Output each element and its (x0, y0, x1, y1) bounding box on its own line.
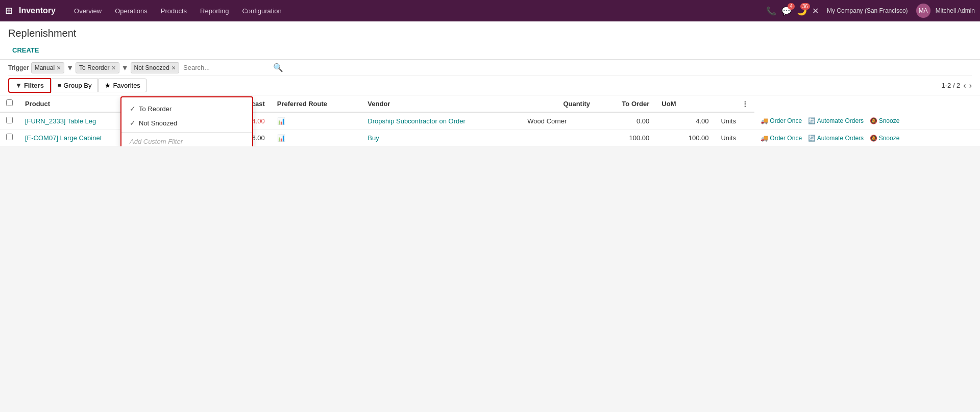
nav-configuration[interactable]: Configuration (236, 5, 287, 17)
apps-icon[interactable]: ⊞ (5, 5, 13, 16)
filter-funnel-icon: ▼ (15, 82, 22, 89)
nav-overview[interactable]: Overview (68, 5, 108, 17)
col-preferred-route: Preferred Route (271, 95, 362, 112)
row1-uom: Units (715, 112, 754, 130)
page-title-area: Replenishment (0, 21, 980, 41)
row2-vendor (521, 130, 596, 146)
filter-funnel-icon-2[interactable]: ▼ (121, 64, 129, 72)
row2-order-once-btn[interactable]: 🚚 Order Once (761, 135, 802, 142)
check-icon-2: ✓ (130, 119, 136, 127)
col-vendor: Vendor (361, 95, 521, 112)
tab-filters[interactable]: ▼ Filters (8, 78, 51, 93)
row2-uom: Units (715, 130, 754, 146)
row2-checkbox[interactable] (6, 134, 13, 140)
row1-chart-icon[interactable]: 📊 (277, 117, 285, 125)
nav-reporting[interactable]: Reporting (194, 5, 235, 17)
user-name: Mitchell Admin (936, 7, 975, 14)
navbar-right: 📞 💬 4 🌙 36 ✕ My Company (San Francisco) … (766, 4, 975, 18)
search-button[interactable]: 🔍 (273, 63, 283, 72)
trigger-label: Trigger (8, 64, 29, 71)
chat-icon-wrap: 💬 4 (781, 6, 792, 16)
dropdown-divider (121, 132, 252, 133)
row2-chart-icon[interactable]: 📊 (277, 134, 285, 142)
filter-funnel-icon-1[interactable]: ▼ (66, 64, 74, 72)
navbar-brand[interactable]: Inventory (19, 6, 56, 15)
row1-checkbox-cell (0, 112, 19, 130)
remove-manual-tag[interactable]: × (57, 64, 61, 72)
moon-icon-wrap: 🌙 36 (797, 6, 807, 16)
search-row: CREATE (0, 41, 980, 60)
select-all-checkbox[interactable] (6, 99, 13, 106)
filter-dropdown: ✓ To Reorder ✓ Not Snoozed Add Custom Fi… (120, 96, 253, 146)
row2-quantity[interactable]: 100.00 (596, 130, 655, 146)
phone-icon-wrap: 📞 (766, 6, 776, 16)
create-button[interactable]: CREATE (8, 44, 43, 56)
close-icon[interactable]: ✕ (812, 6, 819, 16)
search-input[interactable] (181, 62, 271, 73)
col-quantity: Quantity (521, 95, 596, 112)
row1-actions-cell: 🚚 Order Once 🔄 Automate Orders 🔕 Snooze (754, 112, 980, 130)
tag-to-reorder: To Reorder × (76, 62, 119, 73)
next-page-button[interactable]: › (969, 81, 972, 90)
remove-not-snoozed-tag[interactable]: × (172, 64, 176, 72)
row2-to-order: 100.00 (655, 130, 715, 146)
col-to-order: To Order (596, 95, 655, 112)
group-by-icon: ≡ (58, 82, 62, 89)
row2-route[interactable]: Buy (361, 130, 521, 146)
tag-manual: Manual × (31, 62, 65, 73)
row2-automate-orders-btn[interactable]: 🔄 Automate Orders (808, 135, 864, 142)
col-options-icon[interactable]: ⋮ (742, 100, 748, 108)
filter-tabs: Trigger Manual × ▼ To Reorder × ▼ Not Sn… (8, 62, 287, 73)
row1-checkbox[interactable] (6, 117, 13, 123)
pagination-count: 1-2 / 2 (941, 82, 960, 89)
add-custom-filter-label: Add Custom Filter (121, 135, 252, 146)
navbar-menu: Overview Operations Products Reporting C… (68, 5, 764, 17)
tab-favorites[interactable]: ★ Favorites (98, 79, 146, 92)
view-filter-tabs: ▼ Filters ≡ Group By ★ Favorites (8, 78, 147, 93)
row1-vendor: Wood Corner (521, 112, 596, 130)
row1-to-order: 4.00 (655, 112, 715, 130)
prev-page-button[interactable]: ‹ (963, 81, 966, 90)
row1-chart-cell: 📊 (271, 112, 362, 130)
tag-not-snoozed: Not Snoozed × (131, 62, 180, 73)
phone-icon[interactable]: 📞 (766, 7, 776, 15)
col-select-all (0, 95, 19, 112)
row2-actions-cell: 🚚 Order Once 🔄 Automate Orders 🔕 Snooze (754, 130, 980, 146)
star-icon: ★ (105, 82, 111, 89)
company-name: My Company (San Francisco) (827, 7, 908, 14)
col-actions: ⋮ (715, 95, 754, 112)
row1-route[interactable]: Dropship Subcontractor on Order (361, 112, 521, 130)
user-avatar[interactable]: MA (916, 4, 930, 18)
page-title: Replenishment (8, 28, 972, 39)
search-tags: Trigger Manual × ▼ To Reorder × ▼ Not Sn… (8, 62, 283, 73)
nav-products[interactable]: Products (155, 5, 193, 17)
row2-checkbox-cell (0, 130, 19, 146)
pagination: 1-2 / 2 ‹ › (941, 81, 972, 90)
tab-group-by[interactable]: ≡ Group By (51, 79, 99, 92)
row1-snooze-btn[interactable]: 🔕 Snooze (870, 117, 900, 124)
navbar: ⊞ Inventory Overview Operations Products… (0, 0, 980, 21)
row1-quantity[interactable]: 0.00 (596, 112, 655, 130)
nav-operations[interactable]: Operations (109, 5, 154, 17)
col-uom: UoM (655, 95, 715, 112)
filter-to-reorder[interactable]: ✓ To Reorder (121, 101, 252, 116)
avatar-initials: MA (919, 7, 928, 14)
row2-snooze-btn[interactable]: 🔕 Snooze (870, 135, 900, 142)
row2-chart-cell: 📊 (271, 130, 362, 146)
check-icon: ✓ (130, 105, 136, 113)
moon-badge: 36 (800, 3, 810, 10)
remove-to-reorder-tag[interactable]: × (111, 64, 115, 72)
row1-order-once-btn[interactable]: 🚚 Order Once (761, 117, 802, 124)
chat-badge: 4 (788, 3, 795, 10)
filter-not-snoozed[interactable]: ✓ Not Snoozed (121, 116, 252, 130)
row1-automate-orders-btn[interactable]: 🔄 Automate Orders (808, 117, 864, 124)
